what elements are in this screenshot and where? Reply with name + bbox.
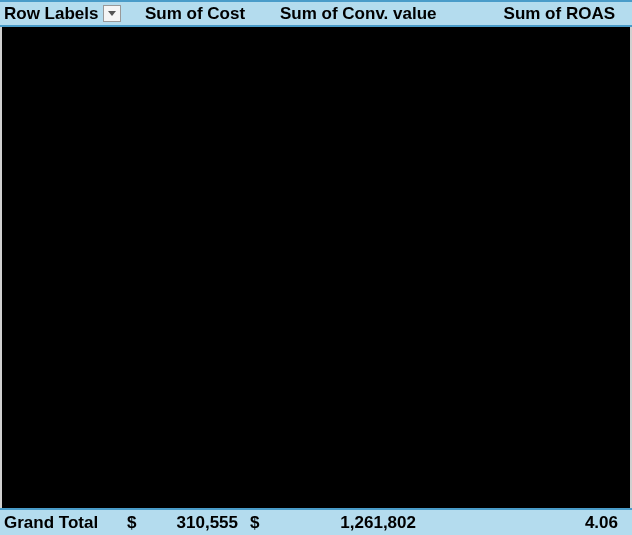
header-conv-value: Sum of Conv. value — [280, 4, 470, 24]
chevron-down-icon — [108, 11, 116, 16]
grand-total-cost: 310,555 — [145, 513, 250, 533]
header-row: Row Labels Sum of Cost Sum of Conv. valu… — [0, 0, 632, 27]
grand-total-roas: 4.06 — [440, 513, 632, 533]
grand-total-conv-value: 1,261,802 — [268, 513, 440, 533]
header-row-labels: Row Labels — [0, 4, 145, 24]
row-labels-text: Row Labels — [4, 4, 98, 24]
pivot-table: Row Labels Sum of Cost Sum of Conv. valu… — [0, 0, 632, 535]
grand-total-label: Grand Total — [0, 513, 127, 533]
currency-symbol-cost: $ — [127, 513, 145, 533]
header-cost: Sum of Cost — [145, 4, 280, 24]
header-roas: Sum of ROAS — [470, 4, 625, 24]
data-rows-area — [0, 27, 632, 508]
currency-symbol-conv: $ — [250, 513, 268, 533]
filter-dropdown-button[interactable] — [103, 5, 121, 22]
grand-total-row: Grand Total $ 310,555 $ 1,261,802 4.06 — [0, 508, 632, 535]
